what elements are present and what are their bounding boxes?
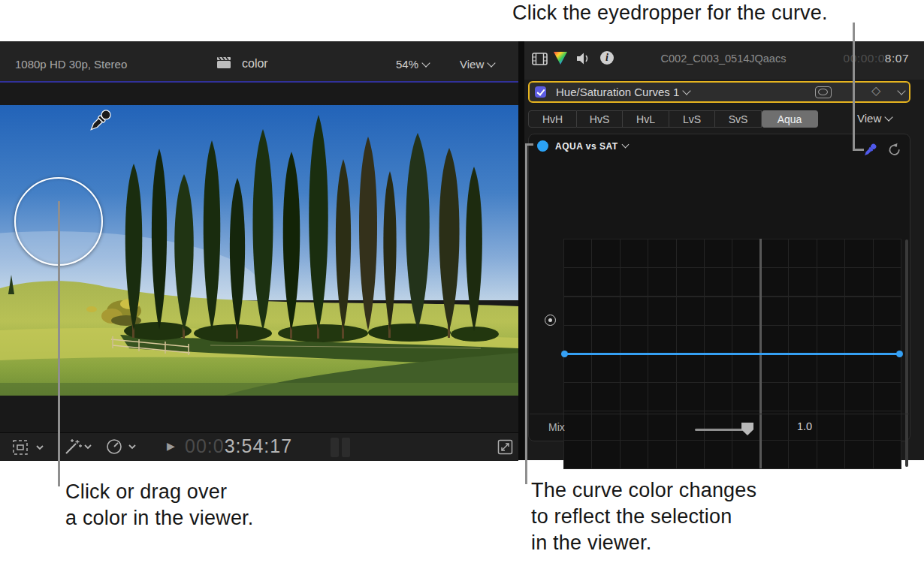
curve-point-end[interactable] xyxy=(896,351,903,357)
mix-label: Mix xyxy=(548,421,565,433)
pane-divider[interactable] xyxy=(518,41,524,460)
panel-scrollbar[interactable] xyxy=(905,239,908,467)
enhancements-wand-button[interactable] xyxy=(63,438,92,456)
effect-enabled-checkbox[interactable] xyxy=(535,86,546,98)
info-inspector-icon[interactable]: i xyxy=(600,51,614,65)
video-viewer[interactable] xyxy=(0,105,518,396)
fullscreen-button[interactable] xyxy=(497,438,514,456)
viewer-format-info: 1080p HD 30p, Stereo xyxy=(15,58,127,71)
tab-aqua[interactable]: Aqua xyxy=(762,110,818,128)
chevron-down-icon xyxy=(421,59,430,67)
viewer-top-bar: 1080p HD 30p, Stereo color 54% View xyxy=(0,41,518,81)
viewer-project-name: color xyxy=(242,57,268,71)
viewer-view-dropdown[interactable]: View xyxy=(460,58,494,71)
annotation-line-right-vertical xyxy=(525,143,527,484)
audio-meter-bar xyxy=(331,438,339,457)
tab-svs[interactable]: SvS xyxy=(715,110,762,128)
viewer-timecode[interactable]: 00:03:54:17 xyxy=(185,435,292,457)
viewer-separator-line xyxy=(0,81,518,83)
audio-meter-bar xyxy=(342,438,350,457)
viewer-zoom-dropdown[interactable]: 54% xyxy=(396,58,429,71)
keyframe-diamond-button[interactable]: ◇ xyxy=(871,83,880,98)
curve-grid[interactable] xyxy=(563,239,901,469)
annotation-line-left xyxy=(58,201,60,486)
tab-lvs[interactable]: LvS xyxy=(669,110,715,128)
eyedropper-cursor-icon xyxy=(84,105,117,137)
chevron-down-icon xyxy=(621,141,629,149)
mask-button[interactable] xyxy=(815,86,832,98)
mix-divider xyxy=(530,414,909,414)
curve-target-icon xyxy=(545,315,556,326)
curve-point-start[interactable] xyxy=(561,351,568,357)
annotation-bottom-left-text: Click or drag over a color in the viewer… xyxy=(65,479,254,531)
effect-name-dropdown[interactable]: Hue/Saturation Curves 1 xyxy=(556,86,690,98)
crop-transform-button[interactable] xyxy=(12,439,44,456)
reset-curve-button[interactable] xyxy=(886,143,901,158)
play-button[interactable]: ▶ xyxy=(167,440,175,452)
tab-hvh[interactable]: HvH xyxy=(528,110,577,128)
retime-button[interactable] xyxy=(106,438,136,456)
color-inspector-icon[interactable] xyxy=(554,52,567,65)
fcp-window: 1080p HD 30p, Stereo color 54% View xyxy=(0,41,924,460)
saturation-curve-line[interactable] xyxy=(563,353,901,355)
tab-hvl[interactable]: HvL xyxy=(623,110,669,128)
curves-view-dropdown[interactable]: View xyxy=(857,112,892,125)
annotation-top-text: Click the eyedropper for the curve. xyxy=(512,0,828,26)
annotation-line-top-elbow xyxy=(853,149,864,151)
curve-tab-strip: HvH HvS HvL LvS SvS Aqua xyxy=(528,110,818,128)
video-inspector-icon[interactable] xyxy=(532,53,548,65)
curves-panel: AQUA vs SAT xyxy=(528,134,910,441)
viewer-pane: 1080p HD 30p, Stereo color 54% View xyxy=(0,41,518,460)
chevron-down-icon[interactable] xyxy=(894,86,904,99)
viewer-toolbar: ▶ 00:03:54:17 xyxy=(0,432,518,461)
chevron-down-icon xyxy=(488,59,496,67)
color-inspector-pane: i C002_C003_0514JQaacs 00:00:08:07 Hue/S… xyxy=(524,41,924,460)
annotation-bottom-right-text: The curve color changes to reflect the s… xyxy=(531,477,756,556)
audio-inspector-icon[interactable] xyxy=(575,52,592,65)
curve-color-swatch xyxy=(537,140,548,152)
mask-ellipse-icon xyxy=(818,89,828,95)
screenshot-canvas: Click the eyedropper for the curve. 1080… xyxy=(0,0,924,566)
clip-name: C002_C003_0514JQaacs xyxy=(637,53,810,65)
chevron-down-icon xyxy=(683,86,691,95)
inspector-top-bar: i C002_C003_0514JQaacs 00:00:08:07 xyxy=(524,41,924,80)
mix-slider-track[interactable] xyxy=(695,429,743,431)
mix-value: 1.0 xyxy=(797,420,812,432)
chevron-down-icon xyxy=(885,113,893,121)
tab-hvs[interactable]: HvS xyxy=(577,110,623,128)
curve-label-dropdown[interactable]: AQUA vs SAT xyxy=(555,141,628,152)
clapperboard-icon xyxy=(216,56,231,69)
annotation-line-top-vertical xyxy=(853,23,855,151)
